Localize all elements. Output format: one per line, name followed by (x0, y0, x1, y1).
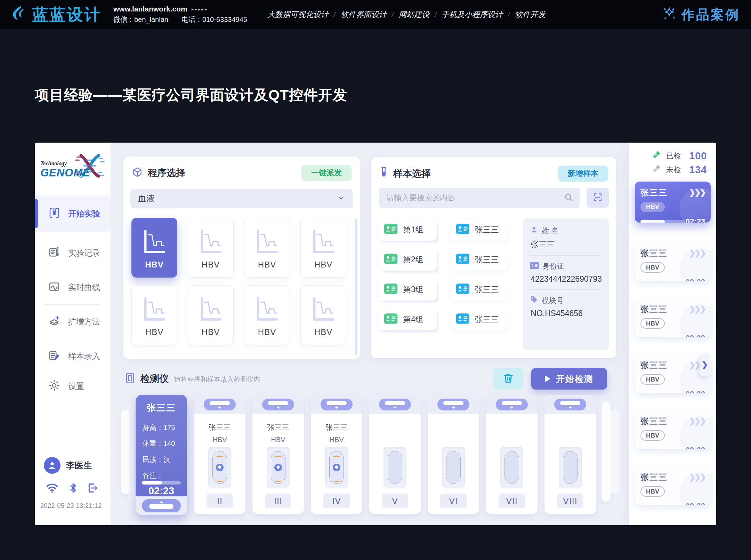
member-list: 张三三 张三三 张三三 张三三 (451, 218, 509, 350)
slot-handle[interactable] (321, 399, 353, 410)
top-nav-item[interactable]: 手机及小程序设计 (442, 9, 503, 20)
status-progress-bar (640, 449, 685, 449)
status-card[interactable]: 张三三 ❯❯❯ HBV 02:23 (635, 242, 711, 281)
bluetooth-icon[interactable] (69, 482, 77, 495)
panel-collapse-tab[interactable]: ❯ (700, 353, 710, 376)
program-card[interactable]: HBV (188, 285, 234, 345)
sidebar-item-settings[interactable]: 设置 (35, 371, 111, 401)
id-card-green-icon (384, 254, 397, 265)
program-card[interactable]: HBV (131, 285, 177, 345)
sample-type-dropdown[interactable]: 血液 (130, 189, 353, 208)
group-item[interactable]: 第2组 (379, 248, 437, 271)
checked-stat: 已检 100 (651, 149, 716, 163)
status-card[interactable]: 张三三 ❯❯❯ HBV 02:23 (635, 298, 711, 337)
detail-name-label: 姓 名 (542, 226, 558, 235)
status-card[interactable]: 张三三 ❯❯❯ HBV 02:23 (635, 182, 711, 223)
program-scrollbar[interactable] (355, 219, 357, 355)
program-card[interactable]: HBV (244, 218, 290, 278)
expanded-field: 民族：汉 (143, 451, 187, 467)
program-card[interactable]: HBV (300, 285, 346, 345)
id-card-blue-icon (456, 254, 469, 265)
expanded-detector-card[interactable]: 张三三 身高：175体重：140民族：汉备注： 02:23 (136, 395, 187, 515)
portfolio-label: 作品案例 (681, 6, 740, 24)
cartridge (271, 451, 285, 484)
search-input[interactable] (386, 193, 564, 203)
sparkle-star-icon (661, 6, 677, 23)
scan-button[interactable] (587, 188, 609, 208)
status-card[interactable]: 张三三 ❯❯❯ HBV 02:23 (635, 410, 711, 449)
site-url[interactable]: www.lanlanwork.com (113, 5, 187, 13)
sidebar-item-experiment-record[interactable]: 实验记录 (35, 238, 111, 268)
group-item[interactable]: 第4组 (379, 308, 437, 330)
cartridge (563, 451, 578, 484)
program-card-label: HBV (258, 260, 276, 270)
detector-slot-III[interactable]: 张三三 HBV III (252, 395, 304, 514)
detector-slot-VII[interactable]: VII (486, 395, 538, 514)
cartridge-mark (332, 478, 341, 482)
detector-slot-VI[interactable]: VI (428, 395, 479, 514)
nav-separator: / (392, 11, 394, 18)
top-nav-item[interactable]: 网站建设 (399, 9, 429, 20)
top-nav-item[interactable]: 软件界面设计 (341, 9, 387, 20)
group-list: 第1组 第2组 第3组 第4组 (379, 218, 437, 350)
brand-logo-icon (9, 5, 28, 25)
start-detection-button[interactable]: 开始检测 (531, 368, 607, 390)
portfolio[interactable]: 作品案例 (661, 6, 740, 24)
sidebar-item-sample-entry[interactable]: 样本录入 (35, 341, 111, 371)
detector-slot-V[interactable]: V (369, 395, 421, 514)
program-card-label: HBV (145, 327, 163, 337)
member-item[interactable]: 张三三 (451, 218, 509, 241)
status-card-name: 张三三 (640, 248, 668, 259)
group-item[interactable]: 第3组 (379, 278, 437, 301)
top-nav-item[interactable]: 大数据可视化设计 (267, 9, 329, 20)
program-card[interactable]: HBV (188, 218, 234, 278)
id-card-green-icon (384, 224, 397, 235)
group-item[interactable]: 第1组 (379, 218, 437, 241)
slot-handle[interactable] (437, 399, 469, 410)
top-nav: 大数据可视化设计/软件界面设计/网站建设/手机及小程序设计/软件开发 (267, 9, 546, 20)
sidebar-item-label: 开始实验 (68, 208, 100, 219)
top-nav-item[interactable]: 软件开发 (515, 9, 546, 20)
doctor-avatar[interactable] (44, 457, 60, 474)
status-card[interactable]: 张三三 ❯❯❯ HBV 02:23 (635, 466, 711, 505)
status-card-tag: HBV (640, 430, 665, 441)
collapse-handle[interactable] (142, 499, 181, 512)
group-label: 第4组 (403, 314, 423, 325)
cartridge-mark (274, 478, 282, 482)
logout-icon[interactable] (87, 482, 99, 495)
member-item[interactable]: 张三三 (451, 278, 509, 301)
detector-slot-VIII[interactable]: VIII (544, 395, 596, 514)
page-title: 项目经验——某医疗公司界面设计及QT控件开发 (35, 86, 347, 105)
slot-handle[interactable] (496, 399, 528, 410)
member-label: 张三三 (475, 224, 499, 235)
sidebar-item-amplify-method[interactable]: 扩增方法 (35, 307, 111, 337)
detector-slot-II[interactable]: 张三三 HBV II (194, 395, 245, 514)
cube-icon (132, 167, 143, 179)
wifi-icon[interactable] (45, 482, 59, 495)
member-item[interactable]: 张三三 (451, 248, 509, 271)
slot-handle[interactable] (262, 399, 294, 410)
search-icon[interactable] (564, 192, 573, 203)
site-header: 蓝蓝设计 www.lanlanwork.com ▸▸▸▸▸ 微信：ben_lan… (0, 0, 751, 29)
program-card[interactable]: HBV (244, 285, 290, 345)
status-card-tag: HBV (640, 374, 665, 385)
cartridge-mark (216, 478, 224, 482)
detector-slot-IV[interactable]: 张三三 HBV IV (311, 395, 362, 514)
one-key-dispatch-button[interactable]: 一键派发 (301, 165, 352, 181)
slot-header (544, 395, 596, 414)
member-label: 张三三 (475, 284, 499, 295)
program-card[interactable]: HBV (131, 218, 177, 278)
member-item[interactable]: 张三三 (451, 308, 509, 330)
sidebar-item-start-experiment[interactable]: 开始实验 (35, 195, 111, 232)
slot-handle[interactable] (554, 399, 586, 410)
sample-type-value: 血液 (138, 193, 155, 204)
unchecked-stat: 未检 134 (651, 163, 716, 177)
slot-handle[interactable] (379, 399, 411, 410)
add-sample-button[interactable]: 新增样本 (558, 166, 608, 182)
program-card[interactable]: HBV (300, 218, 346, 278)
cartridge-mark (274, 456, 282, 460)
main-content: 程序选择 一键派发 血液 HBV HBV HBV HBV (111, 143, 629, 525)
slot-handle[interactable] (204, 399, 236, 410)
sidebar-item-realtime-curve[interactable]: 实时曲线 (35, 272, 111, 302)
clear-detector-button[interactable] (493, 368, 524, 390)
